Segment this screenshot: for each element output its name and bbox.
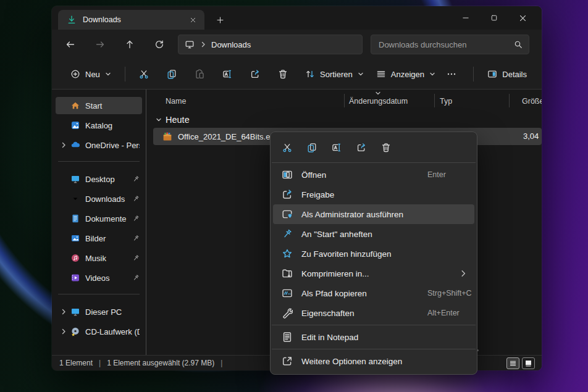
expand-chevron-icon[interactable] (59, 141, 68, 149)
menu-item-weitere-optionen[interactable]: Weitere Optionen anzeigen (273, 351, 474, 371)
back-button[interactable] (59, 34, 82, 55)
rename-button[interactable] (216, 63, 238, 85)
column-separator[interactable] (434, 94, 435, 107)
zip-folder-icon (282, 268, 293, 279)
sort-direction-icon (375, 90, 381, 96)
copy-path-icon (282, 288, 293, 299)
pictures-icon (70, 233, 80, 243)
forward-button[interactable] (89, 34, 111, 55)
run-as-admin-icon (282, 209, 293, 220)
sidebar-item-cd-laufwerk[interactable]: CD-Laufwerk (D (56, 323, 142, 340)
group-label: Heute (166, 115, 190, 125)
menu-item-zu-favoriten[interactable]: Zu Favoriten hinzufügen (273, 244, 474, 264)
expand-chevron-icon[interactable] (59, 327, 68, 336)
sidebar-item-dieser-pc[interactable]: Dieser PC (56, 303, 142, 320)
expand-chevron-icon[interactable] (59, 307, 68, 316)
this-pc-icon (185, 40, 195, 49)
menu-item-freigabe[interactable]: Freigabe (273, 185, 474, 204)
menu-item-als-pfad-kopieren[interactable]: Als Pfad kopieren Strg+Shift+C (273, 283, 474, 303)
column-header-type[interactable]: Typ (440, 97, 452, 106)
refresh-icon (154, 40, 164, 49)
plus-icon (216, 16, 224, 24)
paste-button[interactable] (188, 63, 211, 85)
large-icons-view-button[interactable] (522, 357, 535, 369)
explorer-tab[interactable]: Downloads (58, 10, 204, 30)
paste-icon (195, 69, 204, 79)
view-button[interactable]: Anzeigen (370, 63, 442, 85)
column-header-name[interactable]: Name (166, 97, 186, 106)
address-bar[interactable]: Downloads (178, 35, 363, 54)
menu-divider (272, 349, 476, 349)
tab-close-button[interactable] (186, 13, 200, 27)
new-tab-button[interactable] (212, 12, 228, 28)
column-header-date[interactable]: Änderungsdatum (349, 97, 408, 106)
onedrive-icon (70, 140, 80, 150)
up-button[interactable] (119, 34, 141, 55)
menu-item-oeffnen[interactable]: Öffnen Enter (273, 165, 474, 185)
rename-button[interactable] (326, 138, 347, 157)
sidebar-item-desktop[interactable]: Desktop (56, 170, 142, 188)
close-button[interactable] (508, 6, 537, 30)
cut-icon (139, 69, 149, 79)
menu-item-label: Weitere Optionen anzeigen (301, 357, 402, 366)
arrow-left-icon (65, 40, 75, 49)
column-separator[interactable] (344, 94, 345, 107)
plus-circle-icon (70, 69, 80, 79)
search-input[interactable]: Downloads durchsuchen (371, 35, 529, 54)
menu-item-als-administrator[interactable]: Als Administrator ausführen (273, 204, 474, 224)
documents-icon (70, 214, 80, 223)
selection-info: 1 Element ausgewählt (2.97 MB) (107, 359, 214, 367)
group-header-heute[interactable]: Heute (156, 115, 190, 125)
sidebar-item-videos[interactable]: Videos (56, 269, 142, 286)
delete-button[interactable] (271, 63, 294, 85)
sidebar-item-katalog[interactable]: Katalog (56, 117, 142, 134)
breadcrumb[interactable]: Downloads (211, 40, 251, 49)
share-button[interactable] (243, 63, 266, 85)
sidebar-item-label: Dieser PC (85, 307, 140, 317)
sidebar-item-label: OneDrive - Pers (85, 141, 140, 150)
share-icon (250, 69, 260, 79)
copy-button[interactable] (301, 138, 322, 157)
more-commands-button[interactable] (442, 63, 461, 85)
search-placeholder: Downloads durchsuchen (379, 40, 514, 49)
column-separator[interactable] (509, 94, 510, 107)
sidebar-item-musik[interactable]: Musik (56, 249, 142, 267)
menu-item-label: Als Administrator ausführen (301, 210, 403, 219)
maximize-button[interactable] (480, 6, 508, 30)
sidebar-item-label: Start (85, 101, 140, 111)
view-label: Anzeigen (391, 70, 424, 79)
details-view-button[interactable] (506, 357, 519, 369)
menu-item-an-start-anheften[interactable]: An "Start" anheften (273, 224, 474, 244)
chevron-down-icon (429, 71, 435, 77)
menu-item-eigenschaften[interactable]: Eigenschaften Alt+Enter (273, 303, 474, 323)
trash-icon (381, 143, 391, 152)
details-pane-button[interactable]: Details (481, 63, 533, 85)
copy-button[interactable] (161, 63, 183, 85)
new-button[interactable]: Neu (64, 63, 117, 85)
column-header-size[interactable]: Größe (522, 97, 542, 106)
sidebar-item-bilder[interactable]: Bilder (56, 230, 142, 247)
menu-divider (272, 162, 476, 163)
sidebar-item-onedrive[interactable]: OneDrive - Pers (56, 136, 142, 154)
refresh-button[interactable] (148, 34, 170, 55)
delete-button[interactable] (376, 138, 397, 157)
share-button[interactable] (351, 138, 372, 157)
navigation-pane: Start Katalog OneDrive - Pers Desktop (52, 90, 146, 355)
music-icon (70, 253, 80, 263)
menu-shortcut: Enter (427, 170, 446, 179)
sidebar-item-dokumente[interactable]: Dokumente (56, 210, 142, 227)
menu-item-komprimieren[interactable]: Komprimieren in... (273, 264, 474, 283)
menu-divider (272, 325, 476, 325)
sidebar-item-start[interactable]: Start (56, 97, 142, 114)
tab-title: Downloads (83, 15, 186, 24)
sort-button[interactable]: Sortieren (299, 63, 370, 85)
star-icon (282, 248, 293, 259)
sidebar-item-downloads[interactable]: Downloads (56, 190, 142, 207)
pin-icon (132, 175, 140, 183)
cut-button[interactable] (133, 63, 156, 85)
cut-button[interactable] (277, 138, 298, 157)
minimize-button[interactable] (452, 6, 480, 30)
menu-item-edit-in-notepad[interactable]: Edit in Notepad (273, 327, 474, 347)
rename-icon (332, 143, 342, 152)
this-pc-icon (70, 307, 80, 317)
